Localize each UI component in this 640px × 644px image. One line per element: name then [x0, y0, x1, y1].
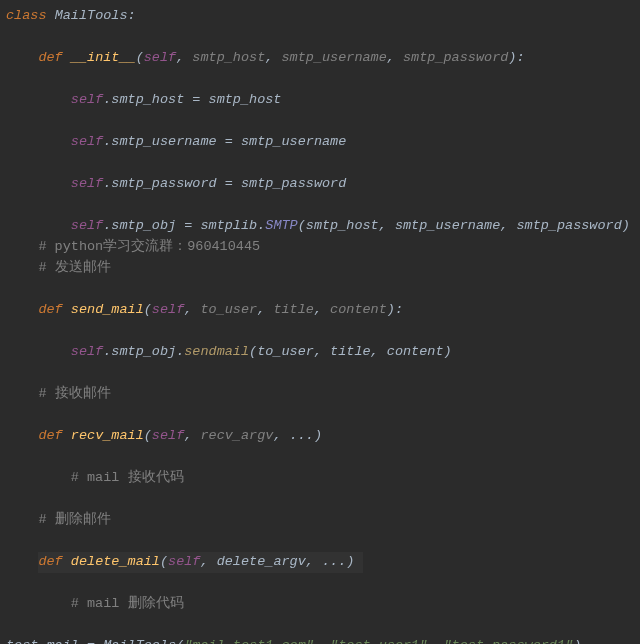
line-class[interactable]: class MailTools:: [6, 6, 640, 27]
attr-smtp-password: smtp_password: [111, 176, 216, 191]
blank-line: [6, 489, 640, 510]
method-sendmail: sendmail: [184, 344, 249, 359]
class-name: MailTools: [55, 8, 128, 23]
class-mailtools-call: MailTools: [103, 638, 176, 644]
param-recv-argv: recv_argv: [200, 428, 273, 443]
line-comment-recv-code[interactable]: # mail 接收代码: [6, 468, 640, 489]
line-comment-delete[interactable]: # 删除邮件: [6, 510, 640, 531]
fn-send-mail: send_mail: [71, 302, 144, 317]
line-assign-password[interactable]: self.smtp_password = smtp_password: [6, 174, 640, 195]
keyword-def: def: [38, 50, 62, 65]
line-comment-group[interactable]: # python学习交流群：960410445: [6, 237, 640, 258]
param-smtp-username: smtp_username: [281, 50, 386, 65]
blank-line: [6, 27, 640, 48]
attr-smtp-obj: smtp_obj: [111, 218, 176, 233]
blank-line: [6, 153, 640, 174]
fn-delete-mail: delete_mail: [71, 554, 160, 569]
line-send-def[interactable]: def send_mail(self, to_user, title, cont…: [6, 300, 640, 321]
param-self: self: [144, 50, 176, 65]
comment-study-group: # python学习交流群：960410445: [38, 239, 260, 254]
var-test-mail: test_mail: [6, 638, 79, 644]
attr-smtp-host: smtp_host: [111, 92, 184, 107]
line-comment-send[interactable]: # 发送邮件: [6, 258, 640, 279]
comment-recv-mail: # 接收邮件: [38, 386, 110, 401]
param-title: title: [273, 302, 314, 317]
attr-smtp-username: smtp_username: [111, 134, 216, 149]
fn-init: __init__: [71, 50, 136, 65]
param-to-user: to_user: [200, 302, 257, 317]
line-test-mail-assign[interactable]: test_mail = MailTools("mail.test1.com", …: [6, 636, 640, 644]
blank-line: [6, 405, 640, 426]
comment-send-mail: # 发送邮件: [38, 260, 110, 275]
line-assign-username[interactable]: self.smtp_username = smtp_username: [6, 132, 640, 153]
blank-line: [6, 615, 640, 636]
param-smtp-host: smtp_host: [192, 50, 265, 65]
str-host: "mail.test1.com": [184, 638, 314, 644]
param-content: content: [330, 302, 387, 317]
line-comment-del-code[interactable]: # mail 删除代码: [6, 594, 640, 615]
blank-line: [6, 363, 640, 384]
blank-line: [6, 195, 640, 216]
blank-line: [6, 531, 640, 552]
str-password: "test_password1": [444, 638, 574, 644]
line-sendmail-call[interactable]: self.smtp_obj.sendmail(to_user, title, c…: [6, 342, 640, 363]
param-delete-argv: delete_argv: [217, 554, 306, 569]
blank-line: [6, 279, 640, 300]
line-delete-def[interactable]: def delete_mail(self, delete_argv, ...): [6, 552, 640, 573]
fn-recv-mail: recv_mail: [71, 428, 144, 443]
line-recv-def[interactable]: def recv_mail(self, recv_argv, ...): [6, 426, 640, 447]
line-init-def[interactable]: def __init__(self, smtp_host, smtp_usern…: [6, 48, 640, 69]
param-smtp-password: smtp_password: [403, 50, 508, 65]
line-assign-host[interactable]: self.smtp_host = smtp_host: [6, 90, 640, 111]
line-assign-smtp-obj[interactable]: self.smtp_obj = smtplib.SMTP(smtp_host, …: [6, 216, 640, 237]
blank-line: [6, 111, 640, 132]
str-user: "test_user1": [330, 638, 427, 644]
line-comment-recv[interactable]: # 接收邮件: [6, 384, 640, 405]
comment-mail-recv-code: # mail 接收代码: [71, 470, 184, 485]
blank-line: [6, 447, 640, 468]
code-editor[interactable]: class MailTools: def __init__(self, smtp…: [6, 6, 640, 644]
blank-line: [6, 573, 640, 594]
smtp-class: SMTP: [265, 218, 297, 233]
comment-mail-del-code: # mail 删除代码: [71, 596, 184, 611]
comment-delete-mail: # 删除邮件: [38, 512, 110, 527]
blank-line: [6, 321, 640, 342]
blank-line: [6, 69, 640, 90]
keyword-class: class: [6, 8, 47, 23]
